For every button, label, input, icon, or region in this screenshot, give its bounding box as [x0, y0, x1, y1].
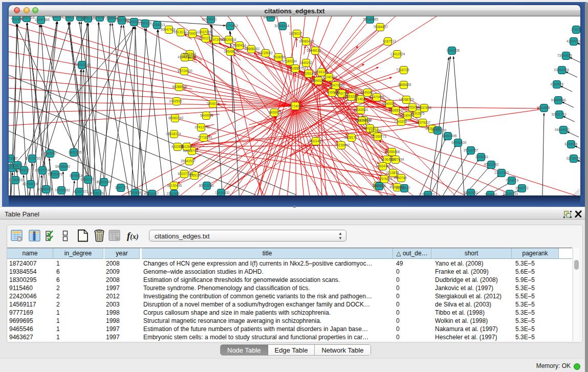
svg-text:4180578: 4180578 — [551, 82, 564, 86]
svg-text:3167723: 3167723 — [115, 186, 128, 189]
svg-text:65724920: 65724920 — [178, 69, 192, 73]
svg-text:1253287: 1253287 — [406, 105, 420, 109]
svg-text:41307871: 41307871 — [74, 190, 89, 193]
svg-text:1002516: 1002516 — [169, 99, 182, 103]
svg-text:83478245: 83478245 — [330, 83, 344, 87]
svg-text:28820018: 28820018 — [222, 38, 236, 41]
svg-text:11637265: 11637265 — [197, 30, 212, 34]
svg-text:85356068: 85356068 — [385, 150, 400, 154]
svg-text:7918058: 7918058 — [273, 55, 286, 59]
svg-text:8620191: 8620191 — [374, 184, 387, 188]
svg-text:59045440: 59045440 — [55, 165, 70, 168]
svg-text:60536630: 60536630 — [451, 141, 466, 144]
svg-text:42594724: 42594724 — [567, 39, 580, 43]
svg-text:95822542: 95822542 — [484, 163, 499, 166]
svg-text:18818174: 18818174 — [166, 132, 181, 136]
svg-text:6236107: 6236107 — [81, 178, 94, 181]
svg-text:3191284: 3191284 — [179, 145, 192, 148]
svg-text:7529170: 7529170 — [49, 16, 62, 18]
svg-text:44634786: 44634786 — [376, 164, 390, 168]
svg-text:7509619: 7509619 — [506, 179, 519, 182]
svg-text:6002675: 6002675 — [411, 112, 425, 115]
svg-text:41979237: 41979237 — [416, 121, 430, 124]
svg-text:1415618: 1415618 — [9, 163, 23, 167]
svg-text:53043520: 53043520 — [353, 108, 368, 112]
svg-text:31240234: 31240234 — [322, 75, 337, 79]
svg-text:6330434: 6330434 — [233, 43, 246, 47]
svg-text:4104234: 4104234 — [178, 55, 191, 59]
svg-text:97846493: 97846493 — [503, 192, 518, 195]
svg-text:0640037: 0640037 — [382, 102, 396, 105]
svg-text:09305652: 09305652 — [55, 188, 70, 192]
svg-text:46288975: 46288975 — [289, 67, 304, 70]
svg-text:7576283: 7576283 — [379, 177, 393, 181]
svg-text:16828126: 16828126 — [89, 191, 103, 195]
svg-text:26116957: 26116957 — [464, 148, 478, 152]
svg-text:08227654: 08227654 — [389, 158, 404, 161]
svg-text:1878017: 1878017 — [289, 32, 302, 35]
svg-text:6849340: 6849340 — [360, 91, 374, 94]
svg-text:16438831: 16438831 — [215, 191, 230, 194]
svg-text:80083740: 80083740 — [168, 116, 183, 120]
svg-text:7409319: 7409319 — [206, 102, 220, 105]
svg-text:79868282: 79868282 — [245, 47, 259, 51]
svg-text:5379907: 5379907 — [184, 32, 198, 35]
svg-text:39548620: 39548620 — [224, 50, 238, 53]
svg-text:05864920: 05864920 — [310, 79, 324, 82]
svg-text:04844950: 04844950 — [555, 128, 570, 132]
svg-text:49454437: 49454437 — [144, 192, 159, 195]
svg-text:7316723: 7316723 — [396, 68, 409, 72]
svg-text:21590109: 21590109 — [137, 21, 151, 25]
svg-text:65787200: 65787200 — [431, 128, 446, 132]
svg-text:22470455: 22470455 — [369, 95, 384, 99]
svg-text:64460495: 64460495 — [442, 134, 456, 138]
svg-text:4026140: 4026140 — [302, 72, 316, 75]
svg-text:5472803: 5472803 — [263, 16, 276, 19]
svg-text:5873557: 5873557 — [9, 157, 18, 160]
svg-text:58948113: 58948113 — [307, 49, 321, 52]
svg-text:11256517: 11256517 — [396, 186, 410, 190]
svg-text:86111489: 86111489 — [309, 139, 323, 143]
svg-text:78384837: 78384837 — [373, 25, 388, 29]
svg-text:80729022: 80729022 — [258, 51, 273, 55]
svg-text:73949835: 73949835 — [557, 54, 572, 57]
svg-text:80021581: 80021581 — [199, 184, 214, 187]
svg-text:0431955: 0431955 — [69, 150, 82, 154]
svg-text:9541858: 9541858 — [537, 106, 550, 110]
svg-text:85261149: 85261149 — [96, 180, 111, 184]
svg-text:53055203: 53055203 — [37, 187, 52, 191]
svg-text:87180334: 87180334 — [282, 59, 297, 63]
svg-text:98983478: 98983478 — [299, 39, 314, 43]
svg-text:26053346: 26053346 — [76, 63, 91, 67]
svg-text:1440242: 1440242 — [299, 61, 313, 64]
svg-text:15058770: 15058770 — [399, 98, 414, 101]
svg-text:13412524: 13412524 — [390, 52, 405, 56]
svg-text:2742315: 2742315 — [571, 28, 580, 31]
svg-text:6167513: 6167513 — [383, 39, 396, 43]
svg-text:59797114: 59797114 — [20, 16, 35, 19]
svg-text:02739000: 02739000 — [567, 157, 580, 160]
svg-text:07413748: 07413748 — [195, 125, 210, 129]
svg-text:6360607: 6360607 — [44, 151, 57, 155]
svg-text:62459571: 62459571 — [202, 17, 217, 21]
svg-text:5449920: 5449920 — [200, 114, 213, 117]
svg-text:2014620: 2014620 — [354, 97, 367, 101]
svg-text:7777412: 7777412 — [225, 24, 238, 28]
svg-text:6565150: 6565150 — [188, 173, 202, 177]
svg-text:21167342: 21167342 — [494, 171, 509, 174]
svg-text:04718746: 04718746 — [183, 149, 198, 152]
svg-text:92551732: 92551732 — [552, 113, 567, 116]
svg-text:4236671: 4236671 — [62, 16, 75, 19]
svg-text:30682651: 30682651 — [463, 191, 478, 194]
svg-text:28831436: 28831436 — [356, 119, 371, 122]
svg-text:2332493: 2332493 — [166, 192, 180, 195]
svg-text:9336338: 9336338 — [447, 49, 460, 52]
svg-text:6793814: 6793814 — [128, 191, 141, 194]
svg-text:82794019: 82794019 — [23, 182, 37, 186]
svg-text:3969372: 3969372 — [515, 186, 529, 190]
svg-text:52538885: 52538885 — [363, 17, 378, 21]
svg-text:77718341: 77718341 — [198, 136, 212, 139]
svg-text:8159013: 8159013 — [152, 23, 165, 27]
svg-text:10497465: 10497465 — [35, 18, 50, 21]
svg-text:7343373: 7343373 — [394, 120, 407, 123]
